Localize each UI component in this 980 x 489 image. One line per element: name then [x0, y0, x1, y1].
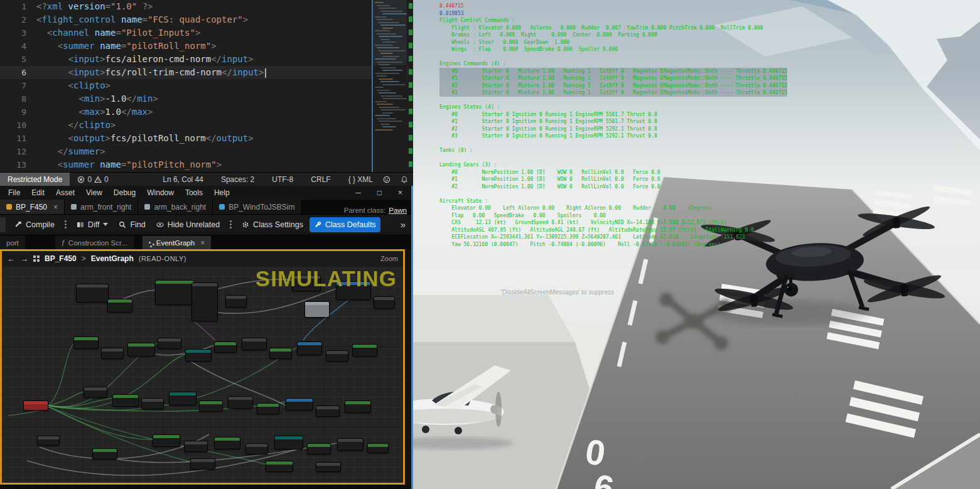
blueprint-node[interactable] [337, 438, 363, 451]
toolbar-overflow-button[interactable]: » [401, 219, 409, 230]
code-line[interactable]: 1<?xml version="1.0" ?> [0, 0, 413, 13]
blueprint-node[interactable] [266, 461, 293, 472]
forward-arrow-icon[interactable]: → [20, 254, 28, 264]
blueprint-node[interactable] [367, 443, 389, 453]
blueprint-node[interactable] [107, 299, 132, 313]
close-tab-icon[interactable]: × [53, 203, 58, 212]
blueprint-node[interactable] [228, 396, 253, 409]
close-tab-icon[interactable]: × [200, 239, 205, 247]
cursor-position[interactable]: Ln 6, Col 44 [163, 175, 203, 184]
encoding-setting[interactable]: UTF-8 [272, 175, 293, 184]
close-button[interactable]: × [390, 188, 411, 197]
blueprint-node[interactable] [352, 344, 377, 357]
code-line[interactable]: 6 <input>fcs/roll-trim-cmd-norm</input> [0, 66, 413, 79]
code-editor[interactable]: 1<?xml version="1.0" ?>2<flight_control … [0, 0, 413, 172]
maximize-button[interactable]: □ [369, 188, 390, 197]
asset-tab-bp_f450[interactable]: BP_F450× [0, 200, 65, 214]
blueprint-node[interactable] [316, 406, 340, 417]
menu-file[interactable]: File [3, 188, 26, 197]
class-settings-button[interactable]: Class Settings [237, 217, 308, 233]
blueprint-node[interactable] [326, 350, 348, 362]
blueprint-node[interactable] [214, 437, 240, 449]
blueprint-node[interactable] [83, 387, 107, 398]
minimize-button[interactable]: ─ [347, 188, 369, 197]
code-line[interactable]: 5 <input>fcs/aileron-cmd-norm</input> [0, 53, 413, 66]
code-line[interactable]: 12 </summer> [0, 145, 413, 158]
hide-unrelated-button[interactable]: Hide Unrelated [152, 217, 224, 233]
graph-tab-port[interactable]: port [0, 236, 25, 249]
hide-unrelated-kebab[interactable] [230, 223, 232, 225]
indentation-setting[interactable]: Spaces: 2 [221, 175, 254, 184]
eol-setting[interactable]: CRLF [311, 175, 330, 184]
blueprint-node[interactable] [316, 462, 341, 472]
blueprint-node[interactable] [101, 348, 124, 359]
blueprint-node[interactable] [153, 434, 180, 447]
code-line[interactable]: 11 <output>fcs/pilotRoll_norm</output> [0, 132, 413, 145]
feedback-smiley-icon[interactable] [383, 176, 390, 183]
blueprint-node[interactable] [274, 436, 303, 449]
blueprint-node[interactable] [76, 284, 109, 303]
blueprint-node[interactable] [269, 348, 292, 359]
blueprint-node[interactable] [23, 400, 48, 411]
code-line[interactable]: 10 </clipto> [0, 119, 413, 132]
menu-tools[interactable]: Tools [180, 188, 208, 197]
graph-tab-construction-scr-[interactable]: ƒConstruction Scr... [55, 236, 134, 249]
menu-debug[interactable]: Debug [108, 188, 141, 197]
minimap-viewport[interactable] [373, 0, 407, 65]
code-line[interactable]: 3 <channel name="Pilot_Inputs"> [0, 26, 413, 40]
code-line[interactable]: 8 <min>-1.0</min> [0, 92, 413, 105]
notifications-bell-icon[interactable] [401, 176, 408, 183]
language-mode[interactable]: { } XML [348, 175, 373, 184]
blueprint-node[interactable] [112, 394, 139, 407]
blueprint-node[interactable] [307, 443, 331, 454]
back-arrow-icon[interactable]: ← [7, 254, 15, 264]
diff-button[interactable]: Diff [72, 217, 113, 233]
asset-tab-arm_front_right[interactable]: arm_front_right [65, 200, 138, 214]
code-line[interactable]: 7 <clipto> [0, 79, 413, 92]
asset-tab-bp_windtojsbsim[interactable]: BP_WindToJSBSim [213, 200, 301, 214]
blueprint-node[interactable] [37, 436, 60, 446]
breadcrumb-root[interactable]: BP_F450 [45, 254, 77, 263]
blueprint-node[interactable] [73, 336, 99, 349]
menu-window[interactable]: Window [141, 188, 180, 197]
blueprint-node[interactable] [345, 400, 371, 413]
class-defaults-button[interactable]: Class Defaults [310, 217, 380, 232]
blueprint-node[interactable] [169, 392, 197, 406]
blueprint-node[interactable] [184, 441, 208, 452]
compile-options-kebab[interactable] [65, 223, 67, 225]
blueprint-node[interactable] [155, 280, 194, 305]
minimap[interactable] [372, 0, 407, 172]
blueprint-node[interactable] [127, 343, 155, 357]
event-graph-canvas[interactable]: SIMULATING [2, 266, 403, 483]
blueprint-node[interactable] [141, 398, 164, 409]
menu-help[interactable]: Help [208, 188, 235, 197]
blueprint-node[interactable] [214, 341, 237, 353]
code-line[interactable]: 4 <summer name="pilotRoll_norm"> [0, 40, 413, 53]
blueprint-node[interactable] [185, 349, 212, 362]
blueprint-node[interactable] [286, 398, 313, 411]
find-button[interactable]: Find [114, 217, 149, 233]
blueprint-node[interactable] [190, 458, 215, 470]
blueprint-node[interactable] [199, 400, 223, 412]
blueprint-node[interactable] [304, 301, 330, 318]
graph-tab-eventgraph[interactable]: EventGraph× [143, 236, 211, 249]
parent-class-link[interactable]: Pawn [389, 207, 407, 214]
blueprint-node[interactable] [158, 338, 181, 349]
code-line[interactable]: 2<flight_control name="FCS: quad-copter"… [0, 13, 413, 26]
menu-asset[interactable]: Asset [50, 188, 80, 197]
blueprint-node[interactable] [245, 443, 268, 454]
blueprint-node[interactable] [191, 282, 218, 321]
problems-indicator[interactable]: 0 0 [77, 175, 108, 184]
blueprint-node[interactable] [374, 296, 395, 309]
blueprint-node[interactable] [92, 448, 117, 459]
compile-button[interactable]: Compile [10, 217, 59, 233]
asset-tab-arm_back_right[interactable]: arm_back_right [138, 200, 213, 214]
game-viewport[interactable]: 0 6 [413, 0, 980, 489]
breadcrumb-current[interactable]: EventGraph [91, 254, 134, 263]
blueprint-node[interactable] [242, 338, 267, 350]
blueprint-node[interactable] [225, 295, 247, 308]
menu-view[interactable]: View [80, 188, 108, 197]
menu-edit[interactable]: Edit [26, 188, 50, 197]
code-line[interactable]: 13 <summer name="pilotPitch_norm"> [0, 158, 413, 171]
restricted-mode-badge[interactable]: Restricted Mode [0, 173, 70, 186]
